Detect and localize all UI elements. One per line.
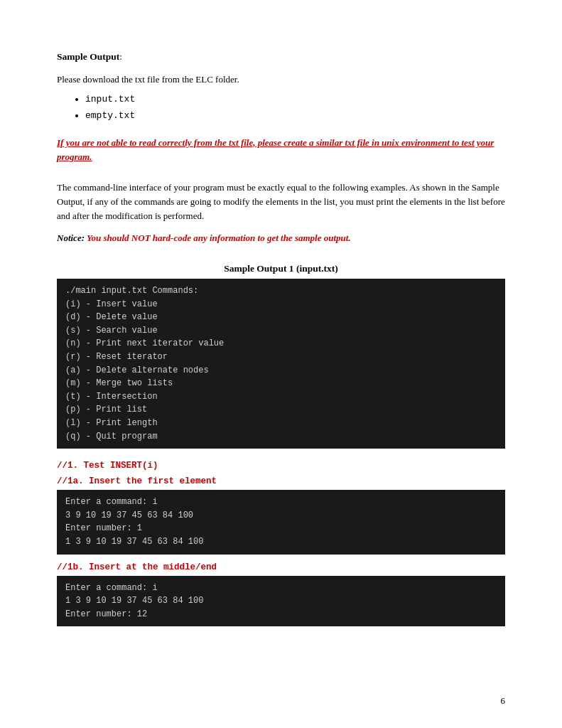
terminal-1a: Enter a command: i 3 9 10 19 37 45 63 84…	[57, 490, 505, 554]
notice-text: Notice: You should NOT hard-code any inf…	[57, 231, 505, 245]
comment-1: //1. Test INSERT(i)	[57, 459, 505, 473]
comment-1b: //1b. Insert at the middle/end	[57, 560, 505, 574]
terminal-1b: Enter a command: i 1 3 9 10 19 37 45 63 …	[57, 576, 505, 627]
page: Sample Output: Please download the txt f…	[0, 0, 562, 728]
notice-body: You should NOT hard-code any information…	[87, 232, 351, 243]
paragraph-1: The command-line interface of your progr…	[57, 181, 505, 223]
comment-1a: //1a. Insert the first element	[57, 474, 505, 488]
file-list-item-1: input.txt	[85, 91, 505, 107]
section-heading-line: Sample Output:	[57, 50, 505, 64]
section-title-colon: :	[119, 51, 122, 62]
notice-label: Notice:	[57, 232, 87, 243]
italic-warning: If you are not able to read correctly fr…	[57, 136, 505, 166]
file-list: input.txt empty.txt	[85, 91, 505, 124]
sample-output-1-title: Sample Output 1 (input.txt)	[57, 263, 505, 274]
file-list-item-2: empty.txt	[85, 107, 505, 124]
page-number: 6	[501, 695, 506, 707]
terminal-menu: ./main input.txt Commands: (i) - Insert …	[57, 279, 505, 449]
intro-text: Please download the txt file from the EL…	[57, 73, 505, 87]
section-title: Sample Output	[57, 51, 119, 62]
